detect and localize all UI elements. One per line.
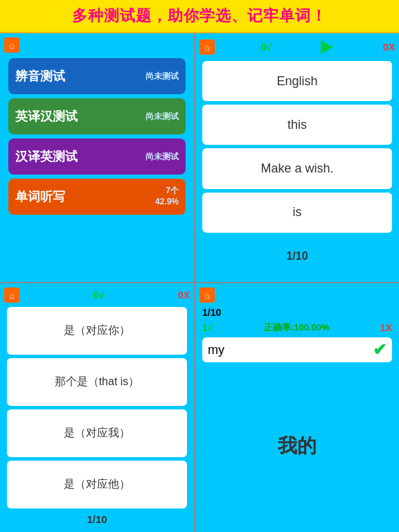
answer-input[interactable] <box>208 343 369 357</box>
phonetics-test-button[interactable]: 辨音测试 尚未测试 <box>8 58 186 94</box>
zh-to-en-label: 汉译英测试 <box>15 148 78 165</box>
play-icon <box>321 40 333 54</box>
panel1-header: ⌂ <box>4 37 190 53</box>
panel2-correct: 0√ <box>260 42 271 53</box>
answer-panel: ⌂ 1/10 1√ 正确率:100.00% 1X ✔ 我的 <box>195 283 399 532</box>
answer-input-container[interactable]: ✔ <box>202 337 392 362</box>
choice-panel: ⌂ 0√ 0X 是（对应你） 那个是（that is） 是（对应我） 是（对应他… <box>0 283 194 532</box>
play-button[interactable] <box>317 37 337 57</box>
panel2-header: ⌂ 0√ 0X <box>200 37 395 57</box>
en-to-zh-status: 尚未测试 <box>145 111 179 123</box>
word-cards-list: English this Make a wish. is 1/10 <box>200 60 395 278</box>
translation-display: 我的 <box>202 366 392 526</box>
menu-list: 辨音测试 尚未测试 英译汉测试 尚未测试 汉译英测试 尚未测试 单词听写 7个 … <box>4 55 190 278</box>
banner-text: 多种测试题，助你学选、记牢单词！ <box>72 6 327 26</box>
word-card-english[interactable]: English <box>202 61 392 101</box>
check-icon: ✔ <box>373 340 387 360</box>
banner: 多种测试题，助你学选、记牢单词！ <box>0 0 399 33</box>
choice-2[interactable]: 那个是（that is） <box>7 358 187 406</box>
home-icon-1[interactable]: ⌂ <box>4 37 19 53</box>
choice-4[interactable]: 是（对应他） <box>7 461 187 508</box>
dictation-label: 单词听写 <box>15 188 65 205</box>
zh-to-en-status: 尚未测试 <box>145 151 179 163</box>
word-panel: ⌂ 0√ 0X English this Make a wish. is 1/1… <box>195 33 399 282</box>
menu-panel: ⌂ 辨音测试 尚未测试 英译汉测试 尚未测试 汉译英测试 尚未测试 单词听写 7… <box>0 33 194 282</box>
choice-list: 是（对应你） 那个是（that is） 是（对应我） 是（对应他） 1/10 <box>4 305 190 528</box>
zh-to-en-button[interactable]: 汉译英测试 尚未测试 <box>8 139 186 175</box>
dictation-status: 7个 42.9% <box>155 186 179 207</box>
en-to-zh-label: 英译汉测试 <box>15 108 78 125</box>
home-icon-3[interactable]: ⌂ <box>4 287 19 303</box>
word-card-sentence[interactable]: Make a wish. <box>202 148 392 188</box>
word-card-this[interactable]: this <box>202 105 392 145</box>
panel2-count: 1/10 <box>202 236 392 276</box>
home-icon-4[interactable]: ⌂ <box>200 287 215 303</box>
panel4-correct: 1√ <box>202 322 213 333</box>
panel4-wrong: 1X <box>380 322 392 333</box>
word-card-is[interactable]: is <box>202 193 392 233</box>
dictation-button[interactable]: 单词听写 7个 42.9% <box>8 179 186 215</box>
phonetics-label: 辨音测试 <box>15 68 65 85</box>
answer-top-row: 1/10 <box>202 307 392 318</box>
panel3-header: ⌂ 0√ 0X <box>4 287 190 303</box>
home-icon-2[interactable]: ⌂ <box>200 39 215 55</box>
panel2-wrong: 0X <box>383 42 395 53</box>
panel3-count: 1/10 <box>7 512 187 526</box>
panel4-count-top: 1/10 <box>202 307 221 318</box>
answer-content: 1/10 1√ 正确率:100.00% 1X ✔ 我的 <box>200 305 395 528</box>
panel3-correct: 0√ <box>94 290 104 301</box>
main-grid: ⌂ 辨音测试 尚未测试 英译汉测试 尚未测试 汉译英测试 尚未测试 单词听写 7… <box>0 33 399 532</box>
accuracy-label: 正确率:100.00% <box>264 321 330 334</box>
phonetics-status: 尚未测试 <box>145 71 179 82</box>
panel4-header: ⌂ <box>200 287 395 303</box>
answer-score-row: 1√ 正确率:100.00% 1X <box>202 321 392 334</box>
choice-1[interactable]: 是（对应你） <box>7 307 187 355</box>
en-to-zh-button[interactable]: 英译汉测试 尚未测试 <box>8 98 186 134</box>
panel3-wrong: 0X <box>178 290 190 301</box>
choice-3[interactable]: 是（对应我） <box>7 409 187 457</box>
